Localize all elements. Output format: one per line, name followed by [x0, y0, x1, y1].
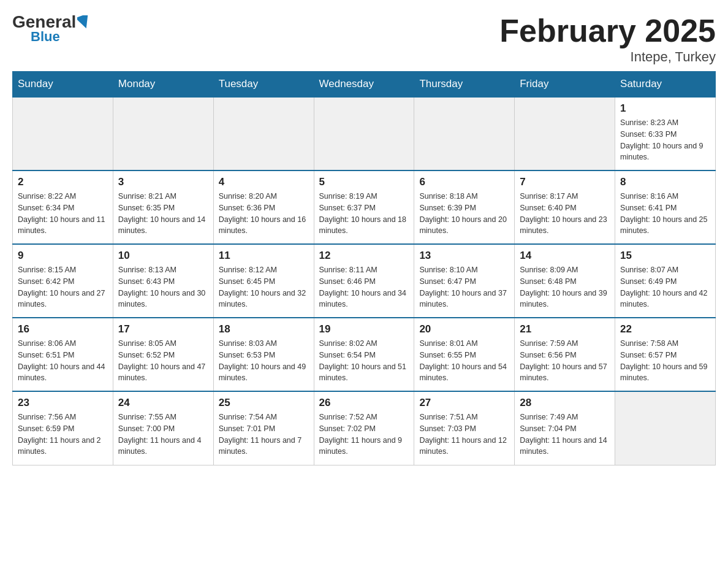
calendar-cell-w2d1: 2Sunrise: 8:22 AM Sunset: 6:34 PM Daylig…	[13, 170, 113, 244]
day-number: 24	[118, 397, 208, 409]
day-number: 26	[319, 397, 409, 409]
col-sunday: Sunday	[13, 72, 113, 98]
calendar-cell-w2d5: 6Sunrise: 8:18 AM Sunset: 6:39 PM Daylig…	[414, 170, 515, 244]
calendar-cell-w1d7: 1Sunrise: 8:23 AM Sunset: 6:33 PM Daylig…	[615, 97, 716, 170]
day-number: 7	[520, 176, 610, 188]
day-info: Sunrise: 7:49 AM Sunset: 7:04 PM Dayligh…	[520, 412, 610, 458]
day-info: Sunrise: 8:21 AM Sunset: 6:35 PM Dayligh…	[118, 191, 208, 237]
calendar-cell-w5d7	[615, 391, 716, 465]
day-info: Sunrise: 7:58 AM Sunset: 6:57 PM Dayligh…	[620, 338, 710, 384]
month-title: February 2025	[499, 12, 716, 49]
calendar-cell-w1d1	[13, 97, 113, 170]
day-number: 18	[219, 323, 309, 335]
day-info: Sunrise: 7:55 AM Sunset: 7:00 PM Dayligh…	[118, 412, 208, 458]
title-block: February 2025 Intepe, Turkey	[499, 12, 716, 65]
calendar-cell-w1d4	[314, 97, 414, 170]
calendar-cell-w1d5	[414, 97, 515, 170]
calendar-cell-w3d5: 13Sunrise: 8:10 AM Sunset: 6:47 PM Dayli…	[414, 244, 515, 318]
day-number: 4	[219, 176, 309, 188]
day-info: Sunrise: 8:05 AM Sunset: 6:52 PM Dayligh…	[118, 338, 208, 384]
day-info: Sunrise: 8:20 AM Sunset: 6:36 PM Dayligh…	[219, 191, 309, 237]
calendar-week-3: 9Sunrise: 8:15 AM Sunset: 6:42 PM Daylig…	[13, 244, 716, 318]
calendar-week-2: 2Sunrise: 8:22 AM Sunset: 6:34 PM Daylig…	[13, 170, 716, 244]
logo-blue-text: Blue	[31, 29, 60, 45]
logo-triangle-icon	[77, 15, 91, 29]
day-number: 1	[620, 102, 710, 115]
calendar-cell-w4d3: 18Sunrise: 8:03 AM Sunset: 6:53 PM Dayli…	[213, 318, 314, 391]
day-info: Sunrise: 7:59 AM Sunset: 6:56 PM Dayligh…	[520, 338, 610, 384]
calendar-cell-w5d4: 26Sunrise: 7:52 AM Sunset: 7:02 PM Dayli…	[314, 391, 414, 465]
calendar-week-1: 1Sunrise: 8:23 AM Sunset: 6:33 PM Daylig…	[13, 97, 716, 170]
day-info: Sunrise: 8:06 AM Sunset: 6:51 PM Dayligh…	[18, 338, 108, 384]
calendar-cell-w4d4: 19Sunrise: 8:02 AM Sunset: 6:54 PM Dayli…	[314, 318, 414, 391]
day-number: 16	[18, 323, 108, 335]
day-info: Sunrise: 8:07 AM Sunset: 6:49 PM Dayligh…	[620, 264, 710, 310]
calendar-cell-w1d6	[515, 97, 615, 170]
day-number: 14	[520, 250, 610, 262]
calendar-cell-w4d1: 16Sunrise: 8:06 AM Sunset: 6:51 PM Dayli…	[13, 318, 113, 391]
col-friday: Friday	[515, 72, 615, 98]
col-saturday: Saturday	[615, 72, 716, 98]
calendar-cell-w5d5: 27Sunrise: 7:51 AM Sunset: 7:03 PM Dayli…	[414, 391, 515, 465]
day-number: 12	[319, 250, 409, 262]
calendar-cell-w4d7: 22Sunrise: 7:58 AM Sunset: 6:57 PM Dayli…	[615, 318, 716, 391]
calendar-cell-w2d7: 8Sunrise: 8:16 AM Sunset: 6:41 PM Daylig…	[615, 170, 716, 244]
logo: General Blue	[12, 12, 91, 45]
day-number: 28	[520, 397, 610, 409]
day-info: Sunrise: 8:02 AM Sunset: 6:54 PM Dayligh…	[319, 338, 409, 384]
calendar-cell-w3d3: 11Sunrise: 8:12 AM Sunset: 6:45 PM Dayli…	[213, 244, 314, 318]
calendar-cell-w3d7: 15Sunrise: 8:07 AM Sunset: 6:49 PM Dayli…	[615, 244, 716, 318]
day-info: Sunrise: 8:10 AM Sunset: 6:47 PM Dayligh…	[419, 264, 509, 310]
calendar-cell-w2d4: 5Sunrise: 8:19 AM Sunset: 6:37 PM Daylig…	[314, 170, 414, 244]
calendar-header-row: Sunday Monday Tuesday Wednesday Thursday…	[13, 72, 716, 98]
day-number: 9	[18, 250, 108, 262]
day-number: 19	[319, 323, 409, 335]
calendar-cell-w4d2: 17Sunrise: 8:05 AM Sunset: 6:52 PM Dayli…	[113, 318, 213, 391]
day-number: 3	[118, 176, 208, 188]
day-number: 11	[219, 250, 309, 262]
day-number: 23	[18, 397, 108, 409]
col-tuesday: Tuesday	[213, 72, 314, 98]
calendar-week-4: 16Sunrise: 8:06 AM Sunset: 6:51 PM Dayli…	[13, 318, 716, 391]
day-number: 15	[620, 250, 710, 262]
day-info: Sunrise: 8:16 AM Sunset: 6:41 PM Dayligh…	[620, 191, 710, 237]
day-info: Sunrise: 8:01 AM Sunset: 6:55 PM Dayligh…	[419, 338, 509, 384]
day-info: Sunrise: 7:52 AM Sunset: 7:02 PM Dayligh…	[319, 412, 409, 458]
col-thursday: Thursday	[414, 72, 515, 98]
day-info: Sunrise: 7:56 AM Sunset: 6:59 PM Dayligh…	[18, 412, 108, 458]
day-info: Sunrise: 8:15 AM Sunset: 6:42 PM Dayligh…	[18, 264, 108, 310]
calendar-week-5: 23Sunrise: 7:56 AM Sunset: 6:59 PM Dayli…	[13, 391, 716, 465]
day-number: 25	[219, 397, 309, 409]
day-info: Sunrise: 8:22 AM Sunset: 6:34 PM Dayligh…	[18, 191, 108, 237]
svg-marker-0	[77, 15, 91, 29]
calendar-cell-w1d3	[213, 97, 314, 170]
calendar-cell-w3d4: 12Sunrise: 8:11 AM Sunset: 6:46 PM Dayli…	[314, 244, 414, 318]
day-number: 21	[520, 323, 610, 335]
day-info: Sunrise: 8:18 AM Sunset: 6:39 PM Dayligh…	[419, 191, 509, 237]
calendar-table: Sunday Monday Tuesday Wednesday Thursday…	[12, 71, 716, 465]
calendar-cell-w4d6: 21Sunrise: 7:59 AM Sunset: 6:56 PM Dayli…	[515, 318, 615, 391]
day-number: 8	[620, 176, 710, 188]
day-number: 2	[18, 176, 108, 188]
calendar-cell-w3d6: 14Sunrise: 8:09 AM Sunset: 6:48 PM Dayli…	[515, 244, 615, 318]
day-info: Sunrise: 8:12 AM Sunset: 6:45 PM Dayligh…	[219, 264, 309, 310]
day-number: 17	[118, 323, 208, 335]
day-info: Sunrise: 7:51 AM Sunset: 7:03 PM Dayligh…	[419, 412, 509, 458]
calendar-cell-w2d2: 3Sunrise: 8:21 AM Sunset: 6:35 PM Daylig…	[113, 170, 213, 244]
calendar-cell-w5d2: 24Sunrise: 7:55 AM Sunset: 7:00 PM Dayli…	[113, 391, 213, 465]
day-number: 10	[118, 250, 208, 262]
day-info: Sunrise: 8:03 AM Sunset: 6:53 PM Dayligh…	[219, 338, 309, 384]
day-number: 13	[419, 250, 509, 262]
calendar-cell-w5d3: 25Sunrise: 7:54 AM Sunset: 7:01 PM Dayli…	[213, 391, 314, 465]
location-text: Intepe, Turkey	[499, 49, 716, 65]
day-number: 22	[620, 323, 710, 335]
day-info: Sunrise: 8:19 AM Sunset: 6:37 PM Dayligh…	[319, 191, 409, 237]
day-number: 5	[319, 176, 409, 188]
col-monday: Monday	[113, 72, 213, 98]
col-wednesday: Wednesday	[314, 72, 414, 98]
day-info: Sunrise: 8:17 AM Sunset: 6:40 PM Dayligh…	[520, 191, 610, 237]
calendar-cell-w5d1: 23Sunrise: 7:56 AM Sunset: 6:59 PM Dayli…	[13, 391, 113, 465]
calendar-cell-w3d1: 9Sunrise: 8:15 AM Sunset: 6:42 PM Daylig…	[13, 244, 113, 318]
day-info: Sunrise: 8:09 AM Sunset: 6:48 PM Dayligh…	[520, 264, 610, 310]
calendar-cell-w2d6: 7Sunrise: 8:17 AM Sunset: 6:40 PM Daylig…	[515, 170, 615, 244]
